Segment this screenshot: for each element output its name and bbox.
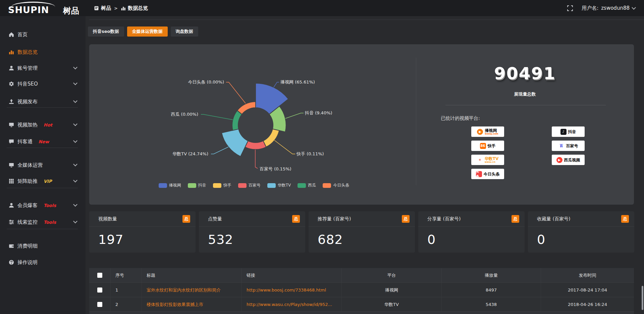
chevron-down-icon xyxy=(73,178,77,182)
legend-label: 播视网 xyxy=(169,182,181,188)
sidebar-item-消费明细[interactable]: 消费明细 xyxy=(0,241,86,251)
pie-label-今日头条: 今日头条 (0.00%) xyxy=(188,80,224,85)
app-root: SHUPIN 树品 树品 > 数据总览 用户名: zswodun88 xyxy=(0,0,644,314)
chevron-down-icon xyxy=(632,5,636,10)
sidebar-item-视频加热[interactable]: 视频加热Hot xyxy=(0,120,86,130)
pie-slice-播视网[interactable] xyxy=(256,83,288,114)
row-platform: 播视网 xyxy=(342,283,442,297)
stat-card-点赞量: 点赞量总532 xyxy=(199,211,305,253)
pie-slice-快手[interactable] xyxy=(263,129,279,147)
user-icon xyxy=(9,203,14,208)
chevron-down-icon xyxy=(73,65,77,69)
sidebar-item-首页[interactable]: 首页 xyxy=(0,30,86,40)
total-badge: 总 xyxy=(621,215,629,223)
panel-divider xyxy=(416,58,416,185)
breadcrumb-item-current[interactable]: 数据总览 xyxy=(121,5,148,11)
sidebar-divider xyxy=(7,188,78,188)
platform-logo-icon: ▶ xyxy=(556,157,562,163)
legend-item-抖音[interactable]: 抖音 xyxy=(188,182,206,188)
sidebar-badge-Tools: Tools xyxy=(44,203,56,208)
pie-label-line xyxy=(211,147,228,154)
sidebar-item-label: 矩阵助推 xyxy=(17,178,38,185)
tab-询盘数据[interactable]: 询盘数据 xyxy=(171,27,198,37)
row-title[interactable]: 室外水纹灯和室内水纹灯的区别和简介 xyxy=(142,283,242,297)
legend-item-播视网[interactable]: 播视网 xyxy=(159,182,181,188)
fullscreen-icon[interactable] xyxy=(567,5,573,11)
legend-item-快手[interactable]: 快手 xyxy=(213,182,231,188)
pie-slice-今日头条[interactable] xyxy=(237,102,256,114)
chevron-down-icon xyxy=(73,122,77,126)
total-badge: 总 xyxy=(512,215,519,223)
row-checkbox-cell xyxy=(89,297,111,312)
chevron-down-icon xyxy=(73,139,77,143)
legend-label: 快手 xyxy=(223,182,231,188)
sidebar-item-线索监控[interactable]: 线索监控Tools xyxy=(0,217,86,227)
platform-name: 西瓜视频 xyxy=(564,158,580,162)
tab-全媒体运营数据[interactable]: 全媒体运营数据 xyxy=(127,27,168,37)
platform-name: 抖音 xyxy=(568,130,576,134)
chat-icon xyxy=(9,139,14,144)
sidebar-item-视频发布[interactable]: 视频发布 xyxy=(0,97,86,107)
pie-label-line xyxy=(226,82,246,103)
wallet-icon xyxy=(9,243,14,249)
sidebar-item-账号管理[interactable]: 账号管理 xyxy=(0,63,86,73)
platform-logo-icon: ♪ xyxy=(560,129,567,135)
sidebar-item-label: 消费明细 xyxy=(17,243,38,249)
platform-sub: boosj.com xyxy=(485,133,498,135)
legend-item-西瓜[interactable]: 西瓜 xyxy=(298,182,316,188)
sidebar-item-label: 账号管理 xyxy=(17,65,38,71)
row-platform: 华数TV xyxy=(342,297,442,312)
chevron-down-icon xyxy=(73,162,77,166)
monitor-icon xyxy=(9,162,14,168)
sidebar-badge-Tools: Tools xyxy=(44,220,56,225)
legend-label: 今日头条 xyxy=(333,182,349,188)
row-link[interactable]: http://www.wasu.cn/Play/show/id/952... xyxy=(242,297,342,312)
gear-icon xyxy=(9,81,14,87)
scrollbar-thumb[interactable] xyxy=(642,286,643,310)
row-link[interactable]: http://www.boosj.com/7338468.html xyxy=(242,283,342,297)
row-time: 2017-08-24 17:04 xyxy=(541,283,634,297)
table-header-checkbox-cell xyxy=(89,268,111,282)
legend-label: 西瓜 xyxy=(308,182,316,188)
sidebar-item-全媒体运营[interactable]: 全媒体运营 xyxy=(0,160,86,170)
platform-badge-西瓜视频: ▶西瓜视频 xyxy=(552,155,585,165)
sidebar-item-操作说明[interactable]: 操作说明 xyxy=(0,257,86,267)
pie-slice-华数TV[interactable] xyxy=(222,129,248,157)
legend-swatch xyxy=(298,183,306,188)
sidebar-badge-New: New xyxy=(39,139,49,144)
select-all-checkbox[interactable] xyxy=(97,273,102,278)
question-icon xyxy=(9,260,14,265)
user-menu[interactable]: 用户名: zswodun88 xyxy=(582,5,635,11)
pie-slice-百家号[interactable] xyxy=(245,141,266,150)
legend-swatch xyxy=(323,183,331,188)
sidebar-item-label: 抖客通 xyxy=(17,139,33,145)
legend-swatch xyxy=(188,183,196,188)
legend-item-今日头条[interactable]: 今日头条 xyxy=(323,182,349,188)
row-title[interactable]: 楼体投影灯投影效果震撼上市 xyxy=(142,297,242,312)
sidebar-item-矩阵助推[interactable]: 矩阵助推VIP xyxy=(0,176,86,186)
sidebar-item-数据总览[interactable]: 数据总览 xyxy=(0,47,86,57)
tab-抖音seo数据[interactable]: 抖音seo数据 xyxy=(88,27,124,37)
total-badge: 总 xyxy=(292,215,300,223)
table-header-平台: 平台 xyxy=(342,268,442,282)
sidebar-item-抖音SEO[interactable]: 抖音SEO xyxy=(0,79,86,89)
platform-badge-抖音: ♪抖音 xyxy=(552,126,585,137)
table-row: 2楼体投影灯投影效果震撼上市http://www.wasu.cn/Play/sh… xyxy=(89,297,634,312)
stat-card-header: 视频数量总 xyxy=(89,211,196,227)
sidebar-divider xyxy=(7,229,78,229)
table-header-标题: 标题 xyxy=(142,268,242,282)
username-value: zswodun88 xyxy=(601,5,630,11)
row-checkbox[interactable] xyxy=(97,287,102,293)
table-header-播放量: 播放量 xyxy=(442,268,541,282)
legend-item-华数TV[interactable]: 华数TV xyxy=(267,182,291,188)
platforms-title: 已统计的视频平台: xyxy=(441,115,480,121)
pie-label-播视网: 播视网 (65.61%) xyxy=(280,80,315,85)
pie-label-line xyxy=(274,82,279,87)
sidebar-item-抖客通[interactable]: 抖客通New xyxy=(0,137,86,147)
legend-item-百家号[interactable]: 百家号 xyxy=(238,182,261,188)
row-checkbox[interactable] xyxy=(97,302,102,307)
sidebar-badge-Hot: Hot xyxy=(44,122,52,127)
breadcrumb-item-home[interactable]: 树品 xyxy=(94,5,111,11)
rose-pie-chart[interactable]: 播视网 (65.61%)抖音 (9.40%)快手 (0.11%)百家号 (0.1… xyxy=(89,44,419,192)
sidebar-item-会员爆客[interactable]: 会员爆客Tools xyxy=(0,200,86,210)
